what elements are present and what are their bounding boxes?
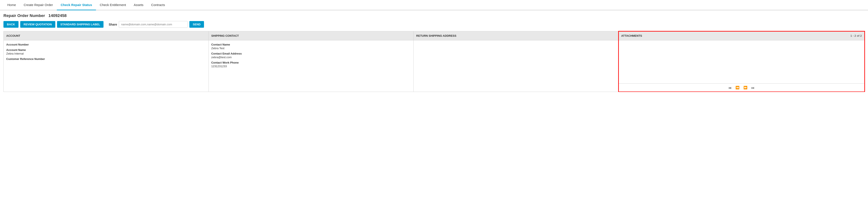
attachments-footer: ⏮ ⏪ ⏩ ⏭ — [619, 83, 864, 92]
repair-order-prefix: Repair Order Number — [3, 13, 45, 18]
attachments-header: ATTACHMENTS 1 - 2 of 2 — [619, 31, 864, 40]
shipping-contact-column: SHIPPING CONTACT Contact Name Zebra Test… — [209, 31, 414, 92]
nav-contracts[interactable]: Contracts — [147, 0, 169, 10]
shipping-contact-body: Contact Name Zebra Test Contact Email Ad… — [209, 40, 413, 92]
first-page-button[interactable]: ⏮ — [727, 85, 733, 90]
nav-check-repair-status[interactable]: Check Repair Status — [57, 0, 96, 10]
next-page-button[interactable]: ⏩ — [743, 85, 748, 90]
back-button[interactable]: BACK — [3, 21, 19, 28]
review-quotation-button[interactable]: REVIEW QUOTATION — [20, 21, 55, 28]
repair-order-title: Repair Order Number 14092458 — [3, 13, 865, 18]
nav-home[interactable]: Home — [3, 0, 20, 10]
attachments-header-label: ATTACHMENTS — [621, 34, 642, 37]
shipping-contact-header: SHIPPING CONTACT — [209, 31, 413, 40]
contact-name-value: Zebra Test — [211, 47, 411, 50]
standard-shipping-label-button[interactable]: STANDARD SHIPPING LABEL — [57, 21, 104, 28]
send-button[interactable]: SEND — [189, 21, 204, 28]
return-shipping-header: RETURN SHIPPING ADDRESS — [413, 31, 618, 40]
share-label: Share — [108, 23, 117, 26]
account-column: ACCOUNT Account Number Account Name Zebr… — [4, 31, 209, 92]
account-body: Account Number Account Name Zebra Intern… — [4, 40, 209, 92]
return-shipping-body — [413, 40, 618, 92]
contact-phone-label: Contact Work Phone — [211, 61, 411, 64]
nav-assets[interactable]: Assets — [130, 0, 147, 10]
last-page-button[interactable]: ⏭ — [750, 85, 755, 90]
return-shipping-column: RETURN SHIPPING ADDRESS — [413, 31, 619, 92]
attachments-column: ATTACHMENTS 1 - 2 of 2 ⏮ ⏪ ⏩ ⏭ — [619, 31, 865, 92]
action-bar: BACK REVIEW QUOTATION STANDARD SHIPPING … — [3, 21, 865, 28]
data-grid: ACCOUNT Account Number Account Name Zebr… — [3, 31, 865, 92]
contact-name-label: Contact Name — [211, 43, 411, 46]
attachments-pagination-count: 1 - 2 of 2 — [850, 34, 862, 37]
repair-order-number: 14092458 — [49, 13, 67, 18]
attachments-body — [619, 40, 864, 83]
page-content: Repair Order Number 14092458 BACK REVIEW… — [0, 10, 868, 92]
account-name-label: Account Name — [6, 48, 206, 51]
nav-check-entitlement[interactable]: Check Entitlement — [96, 0, 130, 10]
contact-phone-value: 1231231233 — [211, 65, 411, 68]
nav-bar: Home Create Repair Order Check Repair St… — [0, 0, 868, 10]
share-section: Share SEND — [108, 21, 204, 28]
account-name-value: Zebra Internal — [6, 52, 206, 55]
contact-email-value: zebra@test.com — [211, 55, 411, 59]
contact-email-label: Contact Email Address — [211, 52, 411, 55]
share-input[interactable] — [119, 21, 188, 28]
account-number-label: Account Number — [6, 43, 206, 46]
prev-page-button[interactable]: ⏪ — [735, 85, 740, 90]
nav-create-repair-order[interactable]: Create Repair Order — [20, 0, 57, 10]
customer-ref-label: Customer Reference Number — [6, 57, 206, 61]
account-header: ACCOUNT — [4, 31, 209, 40]
